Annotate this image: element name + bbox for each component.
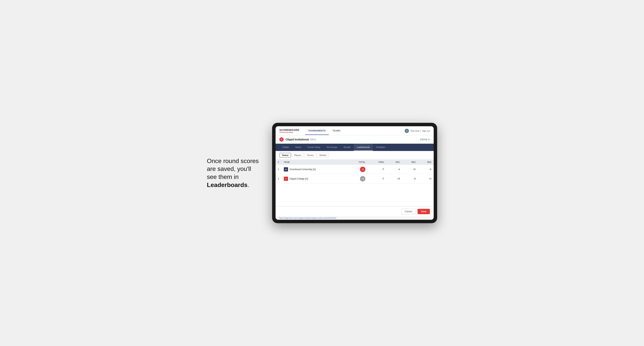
row2-team-name: Clippd College [A] — [290, 177, 308, 180]
subtab-scores[interactable]: Scores — [304, 153, 316, 158]
logo-powered: Powered by clippd — [280, 131, 299, 133]
subtab-players[interactable]: Players — [292, 153, 304, 158]
row1-rd1: -4 — [386, 165, 402, 174]
subtab-teams[interactable]: Teams — [280, 153, 291, 158]
tab-teams[interactable]: Teams — [292, 144, 304, 151]
row1-num: 1 — [276, 165, 282, 174]
table-row: 2 C Clippd College [A] +3 — [276, 174, 434, 183]
url-text: https://stage-blue-coach.stagescoreboard… — [280, 217, 336, 219]
nav-links: TOURNAMENTS TEAMS — [305, 127, 405, 135]
tablet-device: SCOREBOARD Powered by clippd TOURNAMENTS… — [272, 123, 437, 223]
row2-total-col: +3 — [350, 176, 365, 181]
left-text-period: . — [248, 181, 249, 188]
row1-total-col: -5 — [350, 167, 365, 172]
tab-details[interactable]: Details — [280, 144, 292, 151]
tab-leaderboards[interactable]: Leaderboards — [354, 144, 373, 151]
col-team: TEAM — [282, 160, 347, 165]
row1-score-badge: -5 — [360, 167, 365, 172]
tournament-title: Clippd Invitational — [286, 138, 309, 141]
row1-team-name: Scoreboard University [A] — [290, 168, 316, 171]
tabs-bar: Details Teams Course Setup Tee Groups Re… — [276, 144, 434, 151]
tab-printables[interactable]: Printables — [373, 144, 388, 151]
row1-team: SU Scoreboard University [A] — [282, 165, 347, 174]
col-thru: THRU — [368, 160, 386, 165]
leaderboard-table: # TEAM TOTAL THRU RD1 RD2 RD3 1 — [276, 160, 434, 206]
nav-tournaments[interactable]: TOURNAMENTS — [305, 127, 329, 135]
row2-thru: F — [368, 174, 386, 183]
tournament-subtitle: (Men) — [310, 138, 316, 141]
tab-tee-groups[interactable]: Tee Groups — [323, 144, 340, 151]
user-avatar: S — [405, 129, 409, 133]
tablet-screen: SCOREBOARD Powered by clippd TOURNAMENTS… — [276, 126, 434, 220]
row2-team-logo: C — [284, 177, 288, 181]
left-text-bold: Leaderboards — [207, 181, 248, 188]
tournament-cancel-button[interactable]: Cancel ✕ — [420, 138, 430, 141]
row2-num: 2 — [276, 174, 282, 183]
nav-right: S Test User | Sign out — [405, 129, 430, 133]
row1-thru: F — [368, 165, 386, 174]
col-rd1: RD1 — [386, 160, 402, 165]
row2-team: C Clippd College [A] — [282, 174, 347, 183]
row1-team-cell: SU Scoreboard University [A] — [284, 167, 345, 172]
save-button[interactable]: Save — [418, 209, 430, 214]
row2-rd3: +3 — [418, 174, 434, 183]
row2-team-cell: C Clippd College [A] — [284, 177, 345, 181]
page-wrapper: Once round scores are saved, you'll see … — [8, 123, 636, 223]
cancel-button[interactable]: Cancel — [401, 209, 416, 214]
col-total: TOTAL — [347, 160, 368, 165]
user-name: Test User | — [410, 130, 420, 132]
row1-total: -5 — [347, 165, 368, 174]
left-text-block: Once round scores are saved, you'll see … — [207, 157, 260, 189]
table-header: # TEAM TOTAL THRU RD1 RD2 RD3 — [276, 160, 434, 165]
sub-tabs: Teams Players Scores Strokes — [276, 151, 434, 160]
row2-score-badge: +3 — [360, 176, 365, 181]
table-body: 1 SU Scoreboard University [A] -5 — [276, 165, 434, 206]
row1-team-logo: SU — [284, 167, 288, 172]
logo-area: SCOREBOARD Powered by clippd — [280, 129, 299, 133]
row2-total: +3 — [347, 174, 368, 183]
logo-scoreboard: SCOREBOARD — [280, 129, 299, 131]
table-row: 1 SU Scoreboard University [A] -5 — [276, 165, 434, 174]
close-icon: ✕ — [428, 138, 430, 141]
tournament-header: C Clippd Invitational (Men) Cancel ✕ — [276, 136, 434, 144]
url-bar: https://stage-blue-coach.stagescoreboard… — [276, 216, 434, 220]
col-num: # — [276, 160, 282, 165]
nav-teams[interactable]: TEAMS — [330, 127, 344, 135]
top-nav: SCOREBOARD Powered by clippd TOURNAMENTS… — [276, 126, 434, 136]
subtab-strokes[interactable]: Strokes — [317, 153, 329, 158]
logo-brand: clippd — [288, 131, 293, 133]
col-rd2: RD2 — [402, 160, 418, 165]
tab-results[interactable]: Results — [340, 144, 354, 151]
tournament-icon: C — [280, 137, 284, 142]
row2-rd1: +8 — [386, 174, 402, 183]
row2-rd2: -8 — [402, 174, 418, 183]
sign-out-link[interactable]: Sign out — [422, 130, 430, 132]
row1-rd3: -6 — [418, 165, 434, 174]
content-area: # TEAM TOTAL THRU RD1 RD2 RD3 1 — [276, 160, 434, 206]
left-text-line1: Once round scores are saved, you'll see … — [207, 158, 259, 180]
table-spacer-row — [276, 183, 434, 206]
row1-rd2: +5 — [402, 165, 418, 174]
footer-bar: Cancel Save — [276, 206, 434, 216]
col-rd3: RD3 — [418, 160, 434, 165]
tab-course-setup[interactable]: Course Setup — [304, 144, 323, 151]
